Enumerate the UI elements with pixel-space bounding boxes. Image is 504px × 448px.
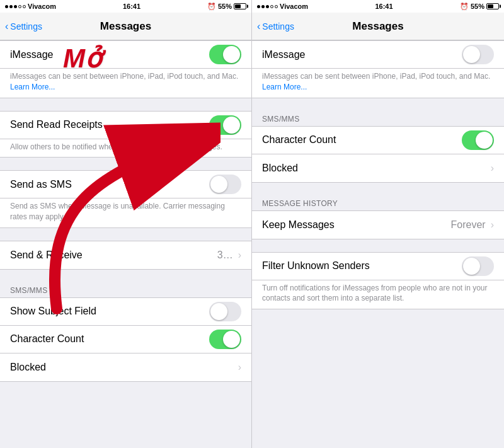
signal-dot-5 <box>23 5 26 8</box>
battery-icon-left <box>234 3 246 9</box>
send-receive-right: 3… › <box>217 250 241 261</box>
imessage-toggle-knob-right <box>463 46 480 63</box>
filter-toggle-right[interactable] <box>462 256 494 276</box>
filter-group-right: Filter Unknown Senders Turn off notifica… <box>252 252 504 310</box>
blocked-chevron-right: › <box>491 163 494 174</box>
battery-fill-right <box>488 4 493 8</box>
battery-fill-left <box>235 4 241 8</box>
send-receive-group-left: Send & Receive 3… › <box>0 241 251 270</box>
filter-knob-right <box>463 258 480 275</box>
status-bar-right: Vivacom 16:41 ⏰ 55% <box>252 0 504 13</box>
send-sms-row-left[interactable]: Send as SMS <box>0 171 251 198</box>
content-right: iMessage iMessages can be sent between i… <box>252 40 504 448</box>
char-count-row-left[interactable]: Character Count <box>0 326 251 353</box>
keep-messages-chevron-right: › <box>491 219 494 231</box>
content-left: iMessage iMessages can be sent between i… <box>0 40 251 448</box>
char-count-toggle-right[interactable] <box>462 130 494 150</box>
send-sms-group-left: Send as SMS Send as SMS when iMessage is… <box>0 170 251 228</box>
read-receipts-label-left: Send Read Receipts <box>10 119 103 130</box>
time-left: 16:41 <box>123 3 140 10</box>
signal-dot-3 <box>14 5 17 8</box>
alarm-icon-right: ⏰ <box>460 3 469 11</box>
read-receipts-row-left[interactable]: Send Read Receipts <box>0 112 251 139</box>
spacer-3-right <box>252 239 504 252</box>
nav-title-right: Messages <box>352 20 403 33</box>
battery-pct-right: 55% <box>471 3 484 10</box>
blocked-label-right: Blocked <box>262 163 298 174</box>
keep-messages-row-right[interactable]: Keep Messages Forever › <box>252 211 504 239</box>
spacer-2-left <box>0 158 251 170</box>
signal-dot-r2 <box>261 5 265 8</box>
back-chevron-left: ‹ <box>5 21 8 32</box>
signal-dot-r1 <box>257 5 260 8</box>
keep-messages-group-right: Keep Messages Forever › <box>252 210 504 239</box>
imessage-block-right: iMessage iMessages can be sent between i… <box>252 40 504 98</box>
blocked-row-left[interactable]: Blocked › <box>0 353 251 381</box>
alarm-icon: ⏰ <box>207 3 216 11</box>
back-button-right[interactable]: ‹ Settings <box>257 21 294 32</box>
learn-more-link-left[interactable]: Learn More... <box>10 83 55 91</box>
show-subject-knob-left <box>210 303 227 320</box>
char-count-knob-right <box>476 132 493 149</box>
time-right: 16:41 <box>375 3 392 10</box>
send-receive-value-left: 3… <box>217 250 233 261</box>
send-receive-row-left[interactable]: Send & Receive 3… › <box>0 241 251 269</box>
back-label-left: Settings <box>10 21 42 32</box>
show-subject-row-left[interactable]: Show Subject Field <box>0 298 251 326</box>
sms-group-right: Character Count Blocked › <box>252 126 504 183</box>
sms-header-right: SMS/MMS <box>252 111 504 126</box>
left-panel: Vivacom 16:41 ⏰ 55% ‹ Settings Messages … <box>0 0 252 448</box>
left-status: Vivacom <box>5 3 56 10</box>
signal-dot-2 <box>9 5 13 8</box>
signal-dot-r3 <box>266 5 269 8</box>
spacer-1-left <box>0 98 251 111</box>
show-subject-label-left: Show Subject Field <box>10 306 96 317</box>
blocked-label-left: Blocked <box>10 362 46 373</box>
battery-pct-left: 55% <box>218 3 232 10</box>
imessage-label-left: iMessage <box>10 49 53 60</box>
imessage-row-left[interactable]: iMessage <box>0 41 251 69</box>
signal-dots <box>5 5 26 8</box>
imessage-label-right: iMessage <box>262 49 305 60</box>
send-sms-sub-left: Send as SMS when iMessage is unavailable… <box>0 198 251 227</box>
read-receipts-toggle-left[interactable] <box>209 115 241 135</box>
imessage-toggle-right[interactable] <box>462 45 494 64</box>
imessage-sublabel-left: iMessages can be sent between iPhone, iP… <box>0 69 251 98</box>
char-count-label-right: Character Count <box>262 134 336 146</box>
char-count-label-left: Character Count <box>10 333 84 345</box>
back-button-left[interactable]: ‹ Settings <box>5 21 42 32</box>
filter-row-right[interactable]: Filter Unknown Senders <box>252 253 504 280</box>
imessage-row-right[interactable]: iMessage <box>252 41 504 69</box>
nav-title-left: Messages <box>100 20 151 33</box>
imessage-sublabel-right: iMessages can be sent between iPhone, iP… <box>252 69 504 98</box>
char-count-knob-left <box>223 331 240 348</box>
signal-dots-right <box>257 5 278 8</box>
nav-bar-left: ‹ Settings Messages <box>0 13 251 40</box>
send-receive-chevron-left: › <box>238 250 241 261</box>
show-subject-toggle-left[interactable] <box>209 302 241 321</box>
keep-messages-right: Forever › <box>451 219 494 231</box>
char-count-toggle-left[interactable] <box>209 330 241 349</box>
back-label-right: Settings <box>262 21 294 32</box>
char-count-row-right[interactable]: Character Count <box>252 127 504 154</box>
back-chevron-right: ‹ <box>257 21 260 32</box>
send-sms-toggle-left[interactable] <box>209 175 241 194</box>
signal-dot-r4 <box>270 5 273 8</box>
sms-header-left: SMS/MMS <box>0 282 251 297</box>
imessage-toggle-left[interactable] <box>209 45 241 64</box>
keep-messages-value-right: Forever <box>451 219 486 231</box>
signal-dot-1 <box>5 5 8 8</box>
sms-group-left: Show Subject Field Character Count Block… <box>0 297 251 382</box>
read-receipts-sub-left: Allow others to be notified when you hav… <box>0 139 251 158</box>
imessage-toggle-knob-left <box>223 46 240 63</box>
read-receipts-knob-left <box>223 117 240 134</box>
spacer-4-left <box>0 270 251 282</box>
carrier-label-right: Vivacom <box>280 3 308 10</box>
filter-sub-right: Turn off notifications for iMessages fro… <box>252 280 504 309</box>
blocked-row-right[interactable]: Blocked › <box>252 154 504 182</box>
send-receive-label-left: Send & Receive <box>10 250 83 261</box>
right-panel: Vivacom 16:41 ⏰ 55% ‹ Settings Messages … <box>252 0 504 448</box>
signal-dot-r5 <box>275 5 278 8</box>
learn-more-link-right[interactable]: Learn More... <box>262 83 307 91</box>
right-status-left: ⏰ 55% <box>207 3 246 11</box>
